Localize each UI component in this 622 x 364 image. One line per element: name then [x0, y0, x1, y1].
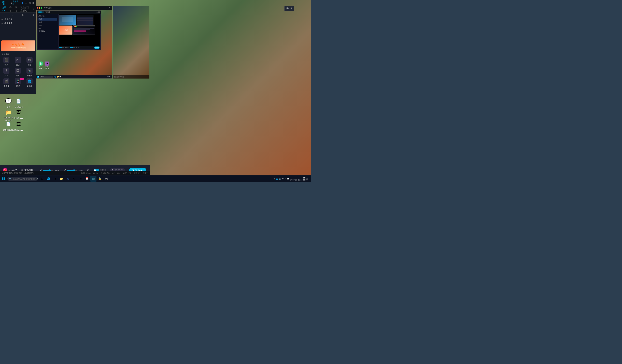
- taskbar-calendar[interactable]: 📅: [84, 176, 90, 182]
- preview-file-icon2: 🖼: [45, 61, 49, 66]
- nested-source-item1[interactable]: 显示器 1: [39, 30, 57, 33]
- status-bar: 首届王者荣耀模拟战邀请赛（bilibili赛区开战） 码率:0kbps FPS:…: [0, 171, 150, 175]
- material-image[interactable]: 🖼 图片: [13, 68, 23, 77]
- taskbar-network-icon[interactable]: 🌐: [276, 178, 278, 180]
- tab-study[interactable]: 学习: [15, 6, 18, 13]
- img2-label: 图片2.png: [14, 129, 23, 131]
- taskbar-apps: ⊟ 🌐 🛍 📁 W ⚙ ✉ 📅 📺 🔒 🎮: [39, 176, 109, 182]
- material-screen[interactable]: 📱 New 投屏: [13, 78, 23, 88]
- taskbar-action-center[interactable]: 💬: [287, 178, 290, 180]
- nested-max-btn[interactable]: □: [96, 11, 97, 13]
- tab-dropdown-icon[interactable]: ▼: [3, 10, 5, 11]
- window-label: 窗口: [16, 64, 20, 66]
- materials-panel: 直播素材 ⬛ 抓屏 🗗 窗口 🎮 游戏 T 文本 🖼 图片: [1, 53, 35, 88]
- taskbar-mail[interactable]: ✉: [78, 176, 84, 182]
- preview-browser: bilibili直播 ✕ bili bili 直播姬 — □ ✕ 场景列表 场景…: [36, 6, 112, 78]
- tab-bar: 场景1 ▼ 弹幕 学习 玩数学的直播间 +: [0, 6, 36, 13]
- material-text[interactable]: T 文本: [1, 68, 11, 77]
- media-icon: 🎬: [3, 78, 9, 84]
- taskbar-up-arrow[interactable]: ∧: [273, 178, 275, 180]
- taskbar-time-display: 11:11: [291, 177, 308, 179]
- quality-display: 画质:无: [134, 172, 140, 174]
- source-row-camera: 👁 摄像头 1: [1, 21, 35, 25]
- nav-back[interactable]: ◀ 直播类型: [10, 0, 20, 6]
- capture-label: 抓屏: [4, 64, 8, 66]
- title-bar: bili bili ◀ 直播类型 👤 ☰ ✉ ⚙: [0, 0, 36, 6]
- media-label: 多媒体: [4, 85, 9, 88]
- tab-math-room[interactable]: 玩数学的直播间: [20, 6, 30, 13]
- camera-preview: 在这里输入内容...: [113, 6, 149, 78]
- back-arrow[interactable]: ◀: [10, 2, 12, 4]
- mic-search-icon[interactable]: 🎤: [36, 178, 38, 180]
- material-media[interactable]: 🎬 多媒体: [1, 78, 11, 88]
- sort-desc-icon[interactable]: ⇵: [33, 14, 35, 16]
- preview-file-icon1: 📄: [39, 61, 43, 66]
- img1-label: 图片1.png: [14, 117, 23, 119]
- taskbar-multitask[interactable]: ⊟: [39, 176, 45, 182]
- menu-icon[interactable]: ☰: [25, 2, 27, 4]
- fps-display: FPS:0: [93, 172, 98, 174]
- desktop-img1[interactable]: 🖼 图片1.png: [12, 108, 25, 119]
- taskbar-chrome[interactable]: ⚙: [71, 176, 77, 182]
- nested-scene-item[interactable]: 场景 1: [39, 18, 57, 20]
- material-camera[interactable]: 📷 摄像头: [24, 68, 35, 77]
- preview-taskbar-apps: 🌐 📁 💬: [54, 76, 61, 78]
- taskbar-store[interactable]: 🛍: [52, 176, 58, 182]
- banner-subtitle: 直播不咕鸟 你我做起: [10, 47, 26, 49]
- taskbar-game[interactable]: 🎮: [103, 176, 109, 182]
- taskbar-input-icon[interactable]: A: [285, 178, 286, 180]
- preview-start: ⊞: [37, 76, 39, 78]
- tab-scene1[interactable]: 场景1 ▼: [2, 6, 7, 12]
- sort-asc-icon[interactable]: ⇅: [22, 14, 24, 16]
- mini-banner: BU咕鸟: [59, 25, 73, 35]
- sort-down-icon[interactable]: ↓: [12, 14, 13, 16]
- nested-min-btn[interactable]: —: [94, 11, 96, 13]
- window-icon: 🗗: [15, 57, 21, 63]
- material-capture[interactable]: ⬛ 抓屏: [1, 57, 11, 66]
- mail-icon[interactable]: ✉: [29, 2, 31, 4]
- taskbar-search[interactable]: 🔍 🎤: [7, 177, 38, 181]
- desktop-cube[interactable]: 📄 立方体.mtl: [12, 97, 25, 109]
- search-input[interactable]: [13, 178, 35, 180]
- game-label: 游戏: [28, 64, 31, 66]
- browser-label: 浏览器: [27, 85, 32, 88]
- material-browser[interactable]: 🌐 浏览器: [24, 78, 35, 88]
- mic-slider[interactable]: [67, 170, 77, 171]
- preview-close-btn[interactable]: ✕: [109, 7, 111, 9]
- sort-up-icon[interactable]: ↑: [1, 14, 2, 16]
- img1-icon: 🖼: [15, 108, 23, 116]
- volume-slider[interactable]: [43, 170, 53, 171]
- materials-title: 直播素材: [1, 53, 35, 56]
- taskbar-lang-icon[interactable]: 中: [282, 177, 284, 180]
- eye-monitor-icon[interactable]: 👁: [1, 18, 3, 21]
- broadcast-title: 首届王者荣耀模拟战邀请赛（bilibili赛区开战）: [2, 172, 36, 174]
- source-row-monitor: 👁 显示器 2: [1, 18, 35, 21]
- taskbar-vpn[interactable]: 🔒: [97, 176, 103, 182]
- nested-title-text: 直播姬: [45, 11, 50, 13]
- material-game[interactable]: 🎮 游戏: [24, 57, 35, 66]
- nested-scene-item3[interactable]: 场景 3: [39, 24, 57, 27]
- bitrate-display: 码率:0kbps: [81, 172, 90, 174]
- user-icon[interactable]: 👤: [21, 2, 24, 4]
- taskbar-volume-icon[interactable]: 🔊: [279, 178, 281, 180]
- taskbar-show-desktop[interactable]: [309, 176, 310, 182]
- folder-icon: 📁: [4, 108, 13, 116]
- desktop-img2[interactable]: 🖼 图片2.png: [12, 120, 25, 131]
- nested-close-btn[interactable]: ✕: [98, 11, 100, 13]
- taskbar-edge[interactable]: 🌐: [45, 176, 52, 182]
- settings-icon[interactable]: ⚙: [32, 2, 34, 4]
- image-icon: 🖼: [15, 68, 21, 74]
- eye-camera-icon[interactable]: 👁: [1, 22, 3, 25]
- screen-label: 投屏: [16, 85, 20, 88]
- material-window[interactable]: 🗗 窗口: [13, 57, 23, 66]
- preview-toolbar: bilibili直播 ✕: [36, 6, 112, 10]
- taskbar-word[interactable]: W: [65, 176, 71, 182]
- nested-scene-item2[interactable]: 场景 2: [39, 21, 57, 24]
- tab-danmu[interactable]: 弹幕: [9, 6, 12, 13]
- nested-golive-btn[interactable]: 开播中: [94, 47, 99, 49]
- taskbar-bilibili[interactable]: 📺: [90, 176, 97, 182]
- back-label[interactable]: 直播类型: [13, 0, 20, 6]
- tab-add[interactable]: +: [33, 8, 34, 11]
- taskbar-explorer[interactable]: 📁: [58, 176, 64, 182]
- start-button[interactable]: [0, 175, 7, 182]
